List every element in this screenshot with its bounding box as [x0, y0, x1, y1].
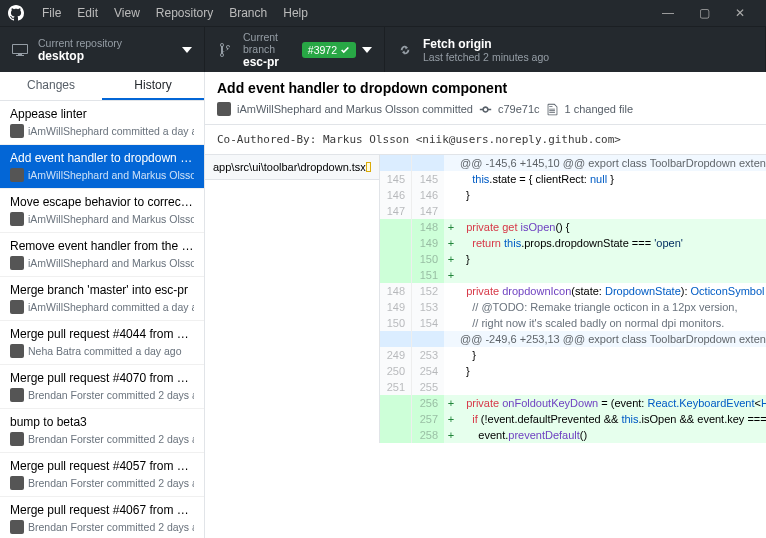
diff-line: 148+ private get isOpen() {	[380, 219, 766, 235]
avatar-icon	[10, 256, 24, 270]
modified-icon	[366, 162, 371, 172]
menu-item-view[interactable]: View	[106, 6, 148, 20]
commit-row-meta: Neha Batra committed a day ago	[10, 344, 194, 358]
commit-row-title: Move escape behavior to correct compo…	[10, 195, 194, 209]
sidebar-tabs: Changes History	[0, 72, 204, 101]
maximize-button[interactable]: ▢	[686, 6, 722, 20]
diff-line: 145145 this.state = { clientRect: null }	[380, 171, 766, 187]
commit-row-meta: iAmWillShephard and Markus Olsson co…	[10, 168, 194, 182]
commit-row-meta: iAmWillShephard committed a day ago	[10, 124, 194, 138]
commit-row-title: Merge pull request #4067 from desktop/…	[10, 503, 194, 517]
commit-description: Co-Authored-By: Markus Olsson <niik@user…	[205, 125, 766, 155]
files-changed: 1 changed file	[565, 103, 634, 115]
commit-row-title: Merge pull request #4057 from desktop/…	[10, 459, 194, 473]
computer-icon	[12, 42, 28, 58]
commit-authors: iAmWillShephard and Markus Olsson commit…	[237, 103, 473, 115]
fetch-label: Fetch origin	[423, 37, 753, 51]
minimize-button[interactable]: —	[650, 6, 686, 20]
branch-value: esc-pr	[243, 55, 294, 69]
history-commit[interactable]: Merge pull request #4070 from desktop/… …	[0, 365, 204, 409]
diff-line: @@ -145,6 +145,10 @@ export class Toolba…	[380, 155, 766, 171]
avatar-icon	[10, 476, 24, 490]
main: Changes History Appease linter iAmWillSh…	[0, 72, 766, 538]
commit-sha: c79e71c	[498, 103, 540, 115]
diff-line: 249253 }	[380, 347, 766, 363]
content: Add event handler to dropdown component …	[205, 72, 766, 538]
diff-line: 151+	[380, 267, 766, 283]
avatar-icon	[10, 124, 24, 138]
history-list[interactable]: Appease linter iAmWillShephard committed…	[0, 101, 204, 538]
commit-row-meta: Brendan Forster committed 2 days ago	[10, 476, 194, 490]
history-commit[interactable]: Merge pull request #4044 from desktop/… …	[0, 321, 204, 365]
repo-value: desktop	[38, 49, 182, 63]
github-logo-icon	[8, 5, 24, 21]
menu-item-help[interactable]: Help	[275, 6, 316, 20]
file-icon	[546, 103, 559, 116]
diff-line: 256+ private onFoldoutKeyDown = (event: …	[380, 395, 766, 411]
tab-history[interactable]: History	[102, 72, 204, 100]
branch-icon	[217, 42, 233, 58]
fetch-sublabel: Last fetched 2 minutes ago	[423, 51, 753, 63]
menu-item-branch[interactable]: Branch	[221, 6, 275, 20]
diff-line: 150154 // right now it's scaled badly on…	[380, 315, 766, 331]
history-commit[interactable]: bump to beta3 Brendan Forster committed …	[0, 409, 204, 453]
avatar-icon	[217, 102, 231, 116]
commit-row-meta: iAmWillShephard and Markus Olsson co…	[10, 212, 194, 226]
commit-row-meta: iAmWillShephard committed a day ago	[10, 300, 194, 314]
repo-dropdown[interactable]: Current repository desktop	[0, 27, 205, 72]
chevron-down-icon	[362, 45, 372, 55]
commit-header: Add event handler to dropdown component …	[205, 72, 766, 125]
commit-title: Add event handler to dropdown component	[217, 80, 754, 96]
commit-row-title: Merge branch 'master' into esc-pr	[10, 283, 194, 297]
file-item[interactable]: app\src\ui\toolbar\dropdown.tsx	[205, 155, 379, 180]
diff-line: 257+ if (!event.defaultPrevented && this…	[380, 411, 766, 427]
diff-view[interactable]: @@ -145,6 +145,10 @@ export class Toolba…	[380, 155, 766, 443]
commit-row-title: Merge pull request #4044 from desktop/…	[10, 327, 194, 341]
commit-row-meta: Brendan Forster committed 2 days ago	[10, 432, 194, 446]
diff-line: 148152 private dropdownIcon(state: Dropd…	[380, 283, 766, 299]
history-commit[interactable]: Add event handler to dropdown compon… iA…	[0, 145, 204, 189]
diff-line: 147147	[380, 203, 766, 219]
avatar-icon	[10, 388, 24, 402]
history-commit[interactable]: Merge branch 'master' into esc-pr iAmWil…	[0, 277, 204, 321]
file-list: app\src\ui\toolbar\dropdown.tsx	[205, 155, 380, 443]
diff-line: 149153 // @TODO: Remake triangle octicon…	[380, 299, 766, 315]
diff-area: app\src\ui\toolbar\dropdown.tsx @@ -145,…	[205, 155, 766, 443]
commit-icon	[479, 103, 492, 116]
menu-bar: FileEditViewRepositoryBranchHelp	[34, 6, 316, 20]
menu-item-edit[interactable]: Edit	[69, 6, 106, 20]
tab-changes[interactable]: Changes	[0, 72, 102, 100]
diff-line: 149+ return this.props.dropdownState ===…	[380, 235, 766, 251]
history-commit[interactable]: Move escape behavior to correct compo… i…	[0, 189, 204, 233]
fetch-button[interactable]: Fetch origin Last fetched 2 minutes ago	[385, 27, 766, 72]
commit-row-title: Appease linter	[10, 107, 194, 121]
diff-line: 251255	[380, 379, 766, 395]
close-button[interactable]: ✕	[722, 6, 758, 20]
avatar-icon	[10, 432, 24, 446]
titlebar: FileEditViewRepositoryBranchHelp — ▢ ✕	[0, 0, 766, 26]
commit-row-meta: Brendan Forster committed 2 days ago	[10, 520, 194, 534]
toolbar: Current repository desktop Current branc…	[0, 26, 766, 72]
commit-row-title: Remove event handler from the branches…	[10, 239, 194, 253]
avatar-icon	[10, 212, 24, 226]
avatar-icon	[10, 300, 24, 314]
check-icon	[340, 45, 350, 55]
diff-line: 146146 }	[380, 187, 766, 203]
history-commit[interactable]: Appease linter iAmWillShephard committed…	[0, 101, 204, 145]
branch-dropdown[interactable]: Current branch esc-pr #3972	[205, 27, 385, 72]
menu-item-file[interactable]: File	[34, 6, 69, 20]
file-path: app\src\ui\toolbar\dropdown.tsx	[213, 161, 366, 173]
sidebar: Changes History Appease linter iAmWillSh…	[0, 72, 205, 538]
commit-row-meta: Brendan Forster committed 2 days ago	[10, 388, 194, 402]
chevron-down-icon	[182, 45, 192, 55]
avatar-icon	[10, 520, 24, 534]
history-commit[interactable]: Merge pull request #4067 from desktop/… …	[0, 497, 204, 538]
branch-label: Current branch	[243, 31, 294, 55]
menu-item-repository[interactable]: Repository	[148, 6, 221, 20]
diff-line: 250254 }	[380, 363, 766, 379]
history-commit[interactable]: Remove event handler from the branches… …	[0, 233, 204, 277]
diff-line: 150+ }	[380, 251, 766, 267]
diff-line: @@ -249,6 +253,13 @@ export class Toolba…	[380, 331, 766, 347]
avatar-icon	[10, 168, 24, 182]
history-commit[interactable]: Merge pull request #4057 from desktop/… …	[0, 453, 204, 497]
